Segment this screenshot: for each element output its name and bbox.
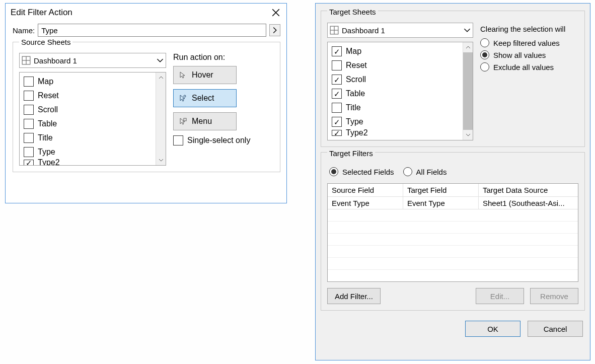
- dialog-title: Edit Filter Action: [11, 8, 72, 18]
- clearing-label: Clearing the selection will: [480, 25, 578, 33]
- scroll-up-icon[interactable]: [156, 72, 166, 83]
- checkbox[interactable]: [24, 160, 34, 165]
- list-item[interactable]: Type2: [20, 159, 156, 165]
- menu-button[interactable]: Menu: [173, 112, 237, 130]
- checkbox[interactable]: [24, 105, 34, 115]
- cursor-select-icon: [179, 94, 187, 102]
- list-item[interactable]: Map: [20, 75, 156, 89]
- list-item[interactable]: Scroll: [328, 72, 463, 87]
- dashboard-icon: [22, 56, 31, 65]
- target-filters-fieldset: Target Filters Selected Fields All Field…: [321, 152, 585, 311]
- svg-point-3: [184, 95, 186, 97]
- checkbox[interactable]: [24, 147, 34, 157]
- source-sheets-fieldset: Source Sheets Dashboard 1 Map Reset: [13, 42, 280, 172]
- cursor-menu-icon: [179, 117, 187, 125]
- name-input[interactable]: [38, 24, 266, 37]
- remove-button[interactable]: Remove: [530, 288, 578, 304]
- list-item[interactable]: Title: [20, 131, 156, 145]
- list-item[interactable]: Reset: [20, 89, 156, 103]
- dashboard-icon: [330, 26, 339, 35]
- col-target-data-source: Target Data Source: [479, 184, 578, 197]
- cancel-button[interactable]: Cancel: [528, 321, 583, 337]
- checkbox[interactable]: [332, 60, 342, 70]
- radio-icon[interactable]: [480, 50, 489, 59]
- svg-rect-4: [184, 118, 186, 121]
- scrollbar[interactable]: [463, 42, 473, 140]
- filter-table[interactable]: Source Field Target Field Target Data So…: [327, 183, 578, 282]
- chevron-down-icon: [464, 27, 471, 34]
- single-select-row[interactable]: Single-select only: [173, 135, 274, 145]
- name-arrow-button[interactable]: [269, 24, 280, 36]
- edit-filter-action-dialog: Edit Filter Action Name: Source Sheets D…: [5, 3, 287, 203]
- target-dashboard-dropdown[interactable]: Dashboard 1: [327, 23, 473, 38]
- list-item[interactable]: Type: [328, 115, 463, 129]
- col-target-field: Target Field: [403, 184, 479, 197]
- checkbox[interactable]: [24, 91, 34, 101]
- checkbox[interactable]: [332, 130, 342, 136]
- checkbox[interactable]: [24, 119, 34, 129]
- list-item[interactable]: Map: [328, 44, 463, 58]
- add-filter-button[interactable]: Add Filter...: [327, 288, 381, 304]
- radio-icon[interactable]: [480, 62, 489, 71]
- close-icon[interactable]: [271, 8, 280, 17]
- radio-exclude-all[interactable]: Exclude all values: [480, 62, 578, 71]
- checkbox[interactable]: [24, 133, 34, 143]
- target-filters-label: Target Filters: [327, 149, 375, 158]
- source-sheets-listbox[interactable]: Map Reset Scroll Table Title Type Type2: [19, 72, 166, 166]
- chevron-down-icon: [157, 57, 164, 64]
- cursor-icon: [179, 71, 187, 79]
- target-sheets-fieldset: Target Sheets Dashboard 1 Map Reset: [321, 11, 585, 147]
- scroll-down-icon[interactable]: [463, 130, 473, 140]
- dashboard-name: Dashboard 1: [342, 26, 385, 35]
- radio-icon[interactable]: [403, 167, 412, 176]
- checkbox[interactable]: [332, 117, 342, 127]
- scroll-down-icon[interactable]: [156, 155, 166, 165]
- select-button[interactable]: Select: [173, 89, 237, 107]
- radio-keep-filtered[interactable]: Keep filtered values: [480, 38, 578, 47]
- edit-button[interactable]: Edit...: [476, 288, 524, 304]
- target-sheets-label: Target Sheets: [327, 8, 378, 16]
- checkbox[interactable]: [173, 135, 183, 145]
- ok-button[interactable]: OK: [465, 321, 520, 337]
- table-row[interactable]: Event Type Event Type Sheet1 (Southeast-…: [328, 197, 578, 209]
- scroll-up-icon[interactable]: [463, 42, 473, 52]
- hover-button[interactable]: Hover: [173, 66, 237, 84]
- dashboard-name: Dashboard 1: [34, 56, 77, 65]
- radio-all-fields[interactable]: All Fields: [403, 167, 447, 176]
- list-item[interactable]: Type2: [328, 129, 463, 137]
- list-item[interactable]: Type: [20, 145, 156, 159]
- run-action-label: Run action on:: [173, 53, 274, 62]
- checkbox[interactable]: [332, 75, 342, 85]
- checkbox[interactable]: [24, 77, 34, 87]
- radio-selected-fields[interactable]: Selected Fields: [329, 167, 394, 176]
- target-sheets-listbox[interactable]: Map Reset Scroll Table Title Type Type2: [327, 42, 473, 140]
- name-label: Name:: [13, 26, 35, 35]
- source-sheets-label: Source Sheets: [19, 38, 72, 46]
- table-header: Source Field Target Field Target Data So…: [328, 184, 578, 197]
- radio-icon[interactable]: [329, 167, 338, 176]
- filter-action-right-panel: Target Sheets Dashboard 1 Map Reset: [315, 3, 590, 360]
- source-dashboard-dropdown[interactable]: Dashboard 1: [19, 53, 166, 68]
- checkbox[interactable]: [332, 89, 342, 99]
- col-source-field: Source Field: [328, 184, 403, 197]
- scrollbar[interactable]: [156, 72, 166, 165]
- list-item[interactable]: Reset: [328, 58, 463, 72]
- radio-icon[interactable]: [480, 38, 489, 47]
- scrollbar-thumb[interactable]: [463, 52, 473, 130]
- list-item[interactable]: Title: [328, 101, 463, 115]
- list-item[interactable]: Table: [328, 87, 463, 101]
- checkbox[interactable]: [332, 103, 342, 113]
- titlebar: Edit Filter Action: [6, 4, 286, 21]
- list-item[interactable]: Table: [20, 117, 156, 131]
- radio-show-all[interactable]: Show all values: [480, 50, 578, 59]
- list-item[interactable]: Scroll: [20, 103, 156, 117]
- checkbox[interactable]: [332, 46, 342, 56]
